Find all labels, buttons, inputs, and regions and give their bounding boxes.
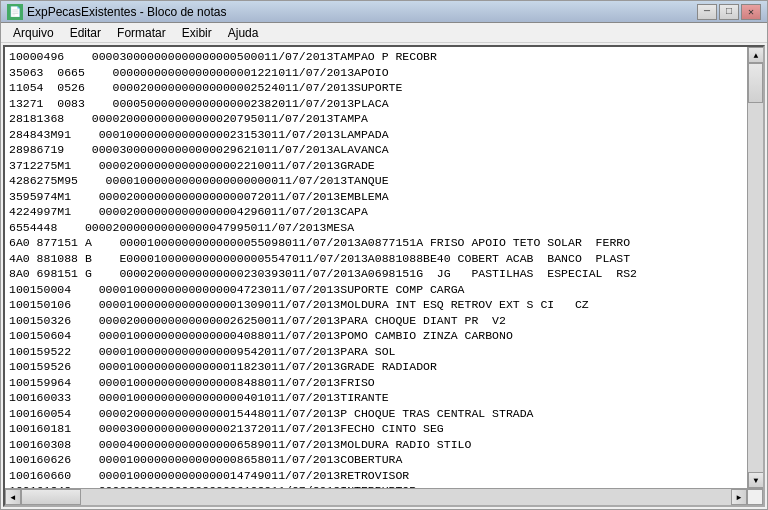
menu-formatar[interactable]: Formatar	[109, 24, 174, 42]
scroll-down-button[interactable]: ▼	[748, 472, 763, 488]
main-window: 📄 ExpPecasExistentes - Bloco de notas ─ …	[0, 0, 768, 510]
scrollbar-corner	[747, 489, 763, 505]
window-title: ExpPecasExistentes - Bloco de notas	[27, 5, 697, 19]
menu-exibir[interactable]: Exibir	[174, 24, 220, 42]
scroll-left-button[interactable]: ◄	[5, 489, 21, 505]
scroll-up-button[interactable]: ▲	[748, 47, 763, 63]
close-button[interactable]: ✕	[741, 4, 761, 20]
text-area[interactable]: 10000496 000030000000000000000500011/07/…	[5, 47, 747, 488]
scroll-track-h[interactable]	[21, 489, 731, 505]
scroll-track-v[interactable]	[748, 63, 763, 472]
window-controls: ─ □ ✕	[697, 4, 761, 20]
maximize-button[interactable]: □	[719, 4, 739, 20]
menu-arquivo[interactable]: Arquivo	[5, 24, 62, 42]
menu-ajuda[interactable]: Ajuda	[220, 24, 267, 42]
scroll-thumb-h[interactable]	[21, 489, 81, 505]
title-bar: 📄 ExpPecasExistentes - Bloco de notas ─ …	[1, 1, 767, 23]
scroll-thumb-v[interactable]	[748, 63, 763, 103]
minimize-button[interactable]: ─	[697, 4, 717, 20]
vertical-scrollbar[interactable]: ▲ ▼	[747, 47, 763, 488]
app-icon: 📄	[7, 4, 23, 20]
menu-bar: Arquivo Editar Formatar Exibir Ajuda	[1, 23, 767, 43]
horizontal-scrollbar-container: ◄ ►	[5, 488, 763, 505]
menu-editar[interactable]: Editar	[62, 24, 109, 42]
scroll-right-button[interactable]: ►	[731, 489, 747, 505]
